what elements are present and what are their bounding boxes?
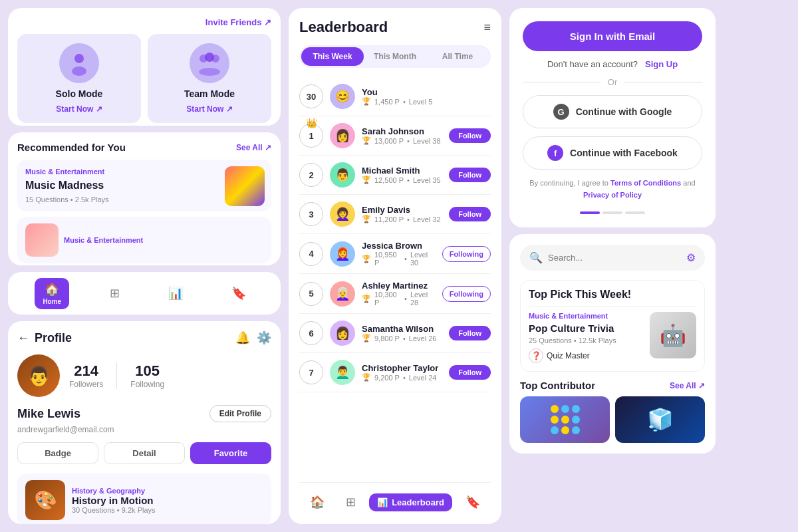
rank-badge: 7 [299,360,323,384]
history-quiz-thumb: 🎨 [25,480,65,520]
no-account-row: Don't have an account? Sign Up [523,59,702,69]
google-btn-label: Continue with Google [576,106,672,117]
invite-friends-button[interactable]: Invite Friends ↗ [205,17,271,27]
history-quiz-tag: History & Geography [72,487,156,495]
quiz-master-icon: ❓ [529,348,543,363]
google-icon: G [553,104,569,120]
see-all-button[interactable]: See All ↗ [236,143,271,152]
rank-badge: 6 [299,321,323,345]
score-row: 🏆9,800 P•Level 26 [362,334,442,342]
google-sign-in-button[interactable]: G Continue with Google [523,95,702,128]
profile-header: ← Profile [17,331,72,345]
table-row: 7👨‍🦱Christopher Taylor🏆9,200 P•Level 24F… [299,353,491,392]
level: Level 28 [410,291,436,307]
score: 13,000 P [374,137,404,145]
score: 10,950 P [374,251,401,267]
facebook-btn-label: Continue with Facebook [570,148,678,158]
avatar: 👨‍🦱 [330,360,355,385]
table-row: 4👩‍🦰Jessica Brown🏆10,950 P•Level 30Follo… [299,234,491,274]
follow-button[interactable]: Follow [449,128,491,143]
settings-icon[interactable]: ⚙️ [257,331,271,345]
score: 9,200 P [374,374,400,382]
nav-home-label: Home [43,298,61,305]
team-mode-avatar [190,43,229,83]
filter-icon[interactable]: ≡ [483,21,491,35]
lb-nav-home[interactable]: 🏠 [302,491,332,513]
trophy-icon: 🏆 [362,295,371,303]
level: Level 24 [409,374,437,382]
trophy-icon: 🏆 [362,373,371,382]
username: Ashley Martinez [362,281,436,291]
contributor-card-1[interactable] [520,396,610,443]
bell-icon[interactable]: 🔔 [235,331,250,345]
grid-icon: ⊞ [110,286,120,301]
nav-bookmark[interactable]: 🔖 [223,282,254,305]
tab-this-month[interactable]: This Month [364,47,426,66]
trophy-icon: 🏆 [362,334,371,342]
followers-label: Followers [69,380,103,389]
table-row: 6👩Samantha Wilson🏆9,800 P•Level 26Follow [299,314,491,353]
follow-button[interactable]: Follow [449,168,491,182]
stats-divider [116,362,117,389]
tab-all-time[interactable]: All Time [426,47,489,66]
score-row: 🏆10,950 P•Level 30 [362,251,436,267]
table-row: 3👩‍🦱Emily Davis🏆11,200 P•Level 32Follow [299,195,491,234]
quiz-card-music[interactable]: Music & Entertainment Music Madness 15 Q… [17,160,271,211]
terms-and: and [683,179,695,187]
level: Level 35 [413,176,441,184]
solo-mode-avatar [59,43,99,83]
follow-button[interactable]: Follow [449,207,491,221]
nav-chart[interactable]: 📊 [160,282,191,305]
nav-grid[interactable]: ⊞ [102,282,128,305]
facebook-sign-in-button[interactable]: f Continue with Facebook [523,136,702,170]
following-button[interactable]: Following [442,286,491,302]
score: 9,800 P [374,334,400,342]
quiz-card-music2[interactable]: Music & Entertainment [17,217,271,263]
contributor-card-2[interactable]: 🧊 [615,396,705,443]
tab-favorite[interactable]: Favorite [190,442,271,464]
tab-this-week[interactable]: This Week [301,47,364,66]
privacy-policy-link[interactable]: Privacy of Policy [583,191,642,199]
score: 1,450 P [374,98,400,106]
rank-badge: 2 [299,163,323,187]
username: Michael Smith [362,166,442,176]
lb-nav-grid[interactable]: ⊞ [338,491,364,513]
solo-mode-card[interactable]: Solo Mode Start Now ↗ [17,34,141,123]
leaderboard-tabs: This Week This Month All Time [299,45,491,68]
filter-button[interactable]: ⚙ [686,251,696,264]
edit-profile-button[interactable]: Edit Profile [209,405,271,422]
lb-nav-bookmark[interactable]: 🔖 [458,491,488,513]
leaderboard-title: Leaderboard [299,19,388,36]
profile-name: Mike Lewis [17,407,80,421]
trophy-icon: 🏆 [362,255,371,263]
terms-conditions-link[interactable]: Terms of Conditions [610,179,681,187]
user-info: Sarah Johnson🏆13,000 P•Level 38 [362,126,442,145]
username: Christopher Taylor [362,363,442,373]
dot-3 [625,211,645,214]
user-info: Ashley Martinez🏆10,300 P•Level 28 [362,281,436,307]
score: 12,500 P [374,176,404,184]
lb-nav-leaderboard[interactable]: 📊 Leaderboard [369,493,452,511]
team-mode-card[interactable]: Team Mode Start Now ↗ [148,34,271,123]
back-icon[interactable]: ← [17,331,29,345]
bookmark-icon: 🔖 [231,286,246,301]
or-line-left [523,82,601,82]
no-account-text: Don't have an account? [547,59,638,69]
top-pick-thumbnail: 🤖 [650,312,696,358]
following-button[interactable]: Following [442,246,491,262]
top-contrib-see-all[interactable]: See All ↗ [670,381,705,390]
sign-in-email-button[interactable]: Sign In with Email [523,21,702,51]
username: Sarah Johnson [362,126,442,136]
solo-mode-start: Start Now ↗ [56,104,102,114]
follow-button[interactable]: Follow [449,326,491,340]
profile-title: Profile [35,331,72,345]
tab-badge[interactable]: Badge [17,442,98,464]
search-input[interactable] [548,253,681,263]
sign-up-link[interactable]: Sign Up [645,59,678,69]
nav-home[interactable]: 🏠 Home [35,278,69,309]
user-info: You🏆1,450 P•Level 5 [362,87,491,106]
history-quiz-card[interactable]: 🎨 History & Geography History in Motion … [17,473,271,524]
tab-detail[interactable]: Detail [104,442,185,464]
follow-button[interactable]: Follow [449,365,491,380]
lb-nav-leaderboard-icon: 📊 [377,497,388,507]
